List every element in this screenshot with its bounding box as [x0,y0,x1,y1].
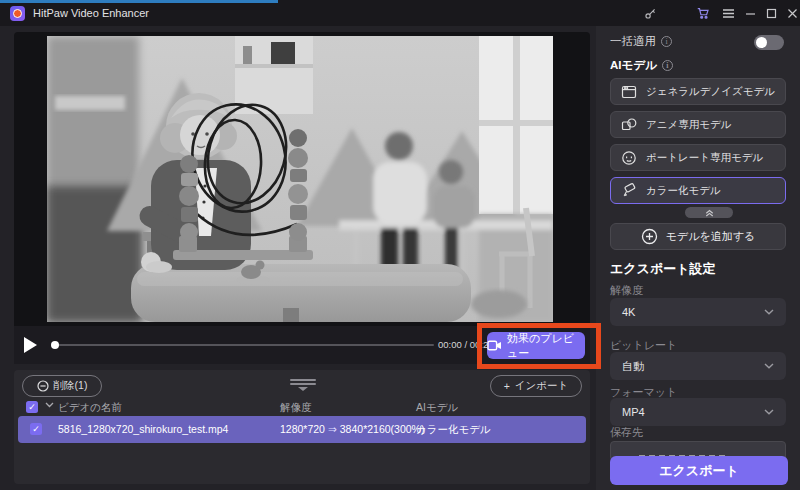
export-button[interactable]: エクスポート [610,456,788,485]
delete-button[interactable]: 削除(1) [22,375,102,397]
resolution-value: 4K [622,306,635,318]
model-colorize[interactable]: カラー化モデル [610,177,786,204]
arrow-icon: ⇒ [325,423,340,435]
play-button[interactable] [24,336,42,354]
row-resolution: 1280*720⇒3840*2160(300%) [280,423,424,435]
seek-bar[interactable] [52,344,434,346]
model-label: ポートレート専用モデル [646,151,763,165]
row-checkbox[interactable]: ✓ [30,423,42,435]
column-ai-model: AIモデル [416,401,458,415]
column-video-name: ビデオの名前 [58,401,122,415]
info-icon[interactable]: i [662,60,673,71]
preview-effect-button[interactable]: 効果のプレビュー [487,332,585,359]
delete-label: 削除(1) [54,379,88,393]
bitrate-dropdown[interactable]: 自動 [610,352,786,380]
preview-effect-label: 効果のプレビュー [507,331,585,361]
model-label: ジェネラルデノイズモデル [646,85,775,99]
resolution-to: 3840*2160(300%) [340,423,425,435]
model-portrait[interactable]: ポートレート専用モデル [610,144,786,171]
window-title: HitPaw Video Enhancer [33,7,149,19]
batch-apply-row: 一括適用 i [610,34,786,50]
model-label: アニメ専用モデル [646,118,731,132]
ai-models-heading: AIモデル i [610,58,673,73]
add-model-label: モデルを追加する [666,229,756,244]
row-ai-model: カラー化モデル [416,423,491,437]
collapse-models-button[interactable] [685,207,733,218]
bitrate-label: ビットレート [610,338,677,353]
resolution-label: 解像度 [610,283,643,298]
screen-icon [621,85,637,99]
ai-models-label: AIモデル [610,58,657,73]
model-general-denoise[interactable]: ジェネラルデノイズモデル [610,78,786,105]
settings-sidebar: 一括適用 i AIモデル i ジェネラルデノイズモデル アニメ専用モデ [596,26,800,490]
chevron-down-icon [764,309,774,315]
batch-apply-label: 一括適用 [610,34,656,49]
model-label: カラー化モデル [646,184,721,198]
circle-plus-icon [641,228,658,245]
add-model-button[interactable]: モデルを追加する [610,223,786,250]
cart-icon[interactable] [695,5,711,21]
portrait-face-icon [621,150,637,166]
chevron-down-icon [764,363,774,369]
queue-row-selected[interactable]: ✓ 5816_1280x720_shirokuro_test.mp4 1280*… [18,416,586,443]
batch-apply-toggle[interactable] [754,35,784,50]
row-video-name: 5816_1280x720_shirokuro_test.mp4 [58,423,228,435]
import-button[interactable]: + インポート [490,375,582,397]
format-value: MP4 [622,406,645,418]
anime-shapes-icon [621,117,637,132]
save-to-label: 保存先 [610,425,643,440]
chevron-down-icon[interactable] [45,402,54,408]
titlebar: HitPaw Video Enhancer [0,0,800,26]
file-queue-panel: 削除(1) + インポート ✓ ビデオの名前 解像度 AIモデル ✓ 5816_… [14,370,590,484]
video-preview-panel: 00:00 / 00:20 効果のプレビュー [14,32,590,364]
select-all-checkbox[interactable]: ✓ [26,401,38,413]
app-logo-icon [10,6,25,21]
register-key-icon[interactable] [642,5,658,21]
minimize-icon[interactable] [742,5,758,21]
close-icon[interactable] [784,5,800,21]
video-frame-image [47,36,553,322]
model-anime[interactable]: アニメ専用モデル [610,111,786,138]
player-controls: 00:00 / 00:20 効果のプレビュー [14,326,590,364]
import-label: インポート [515,379,568,393]
circle-minus-icon [37,380,49,392]
panel-drag-handle[interactable] [290,377,316,393]
app-window: HitPaw Video Enhancer [0,0,800,490]
camera-icon [487,340,502,351]
resolution-dropdown[interactable]: 4K [610,298,786,326]
export-settings-heading: エクスポート設定 [610,260,716,278]
bitrate-value: 自動 [622,359,644,374]
format-dropdown[interactable]: MP4 [610,398,786,426]
resolution-from: 1280*720 [280,423,325,435]
maximize-icon[interactable] [763,5,779,21]
chevron-down-icon [764,409,774,415]
seek-knob[interactable] [51,341,59,349]
menu-icon[interactable] [720,5,736,21]
plus-icon: + [504,380,510,392]
window-top-accent [0,0,278,3]
info-icon[interactable]: i [661,36,672,47]
paint-brush-icon [621,183,637,198]
column-resolution: 解像度 [280,401,312,415]
